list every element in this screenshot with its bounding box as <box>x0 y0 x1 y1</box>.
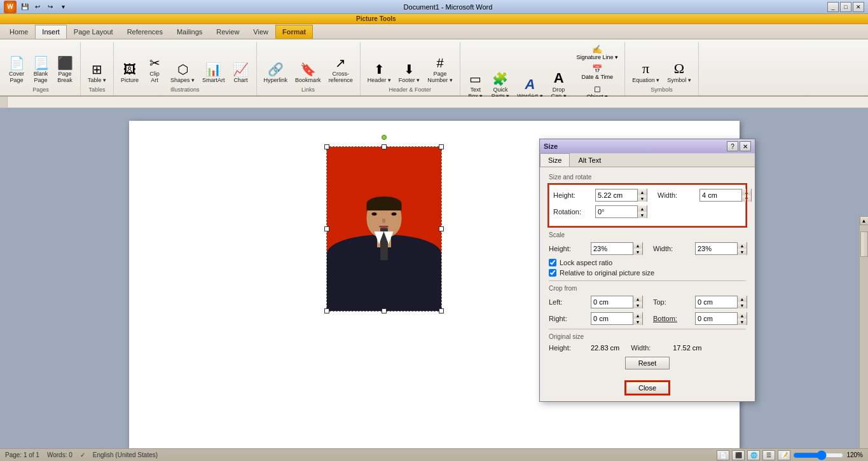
tab-insert[interactable]: Insert <box>35 25 67 39</box>
width-spin-up[interactable]: ▲ <box>742 189 751 195</box>
close-button[interactable]: Close <box>625 381 670 395</box>
page-number-button[interactable]: # PageNumber ▾ <box>424 55 456 85</box>
chart-button[interactable]: 📈 Chart <box>230 61 252 85</box>
tab-home[interactable]: Home <box>3 25 35 39</box>
vertical-scrollbar[interactable]: ▲ ▼ <box>859 216 868 448</box>
handle-bottom-left[interactable] <box>324 308 329 313</box>
ruler-content <box>8 97 868 107</box>
crop-left-down[interactable]: ▼ <box>633 302 642 308</box>
relative-original-checkbox[interactable] <box>549 269 556 277</box>
symbol-button[interactable]: Ω Symbol ▾ <box>664 60 694 85</box>
dialog-tab-size[interactable]: Size <box>540 153 570 167</box>
tab-review[interactable]: Review <box>209 25 246 39</box>
shapes-icon: ⬡ <box>177 63 188 76</box>
picture-tools-label: Picture Tools <box>356 15 396 22</box>
draft-view-button[interactable]: 📝 <box>778 450 790 460</box>
picture-button[interactable]: 🖼 Picture <box>118 61 142 85</box>
outline-view-button[interactable]: ☰ <box>762 450 775 460</box>
zoom-slider[interactable] <box>793 451 844 459</box>
rotate-handle[interactable] <box>382 135 387 140</box>
rotation-input[interactable] <box>596 206 637 217</box>
reset-row: Reset <box>549 357 746 369</box>
shapes-button[interactable]: ⬡ Shapes ▾ <box>167 61 198 85</box>
customize-qa-button[interactable]: ▾ <box>57 2 69 12</box>
footer-button[interactable]: ⬇ Footer ▾ <box>396 61 424 85</box>
page-break-button[interactable]: ⬛ PageBreak <box>53 55 76 85</box>
scale-height-input[interactable] <box>591 243 633 254</box>
cover-page-button[interactable]: 📄 CoverPage <box>5 55 28 85</box>
scale-height-up[interactable]: ▲ <box>633 242 642 249</box>
rotation-spin: ▲ ▼ <box>637 205 647 218</box>
redo-button[interactable]: ↪ <box>45 2 56 12</box>
print-layout-button[interactable]: 📄 <box>717 450 729 460</box>
crop-right-input[interactable] <box>591 313 633 324</box>
crop-top-up[interactable]: ▲ <box>738 296 747 302</box>
equation-button[interactable]: π Equation ▾ <box>629 60 663 85</box>
crop-left-input[interactable] <box>591 296 633 308</box>
handle-middle-left[interactable] <box>324 226 329 231</box>
scroll-up-button[interactable]: ▲ <box>860 216 869 225</box>
smartart-button[interactable]: 📊 SmartArt <box>199 61 228 85</box>
height-spin-up[interactable]: ▲ <box>638 189 647 195</box>
minimize-button[interactable]: _ <box>827 2 839 12</box>
date-time-button[interactable]: 📅 Date & Time <box>574 63 621 81</box>
web-layout-button[interactable]: 🌐 <box>747 450 760 460</box>
scale-width-up[interactable]: ▲ <box>738 242 747 249</box>
crop-right-bottom-row: Right: ▲ ▼ Bottom: ▲ ▼ <box>549 312 746 325</box>
handle-top-left[interactable] <box>324 144 329 149</box>
handle-top-center[interactable] <box>382 144 387 149</box>
clip-art-button[interactable]: ✂ ClipArt <box>143 55 166 85</box>
header-button[interactable]: ⬆ Header ▾ <box>364 61 394 85</box>
hyperlink-button[interactable]: 🔗 Hyperlink <box>261 61 291 85</box>
dialog-close-x-button[interactable]: ✕ <box>740 141 751 151</box>
cross-reference-icon: ↗ <box>335 57 346 69</box>
cross-reference-button[interactable]: ↗ Cross-reference <box>326 55 356 85</box>
scale-width-down[interactable]: ▼ <box>738 249 747 255</box>
blank-page-button[interactable]: 📃 BlankPage <box>29 55 52 85</box>
lock-aspect-checkbox[interactable] <box>549 259 556 266</box>
crop-top-down[interactable]: ▼ <box>738 302 747 308</box>
crop-bottom-up[interactable]: ▲ <box>738 312 747 319</box>
scroll-track[interactable] <box>860 225 868 448</box>
ribbon-group-illustrations-content: 🖼 Picture ✂ ClipArt ⬡ Shapes ▾ 📊 SmartAr… <box>118 43 252 85</box>
rotation-spin-down[interactable]: ▼ <box>638 212 647 218</box>
reset-button[interactable]: Reset <box>625 357 670 369</box>
tab-references[interactable]: References <box>120 25 170 39</box>
crop-left-up[interactable]: ▲ <box>633 296 642 302</box>
tab-view[interactable]: View <box>246 25 275 39</box>
close-button[interactable]: ✕ <box>853 2 864 12</box>
signature-line-button[interactable]: ✍ Signature Line ▾ <box>574 43 621 62</box>
scale-width-input[interactable] <box>696 243 737 254</box>
height-spin-down[interactable]: ▼ <box>638 195 647 202</box>
width-input[interactable] <box>700 189 741 201</box>
width-spin-down[interactable]: ▼ <box>742 195 751 202</box>
maximize-button[interactable]: □ <box>840 2 851 12</box>
crop-top-input[interactable] <box>696 296 737 308</box>
undo-button[interactable]: ↩ <box>32 2 43 12</box>
rotation-spin-up[interactable]: ▲ <box>638 205 647 212</box>
full-reading-button[interactable]: ⬛ <box>732 450 745 460</box>
table-button[interactable]: ⊞ Table ▾ <box>85 61 109 85</box>
scroll-thumb[interactable] <box>860 231 868 257</box>
tab-mailings[interactable]: Mailings <box>170 25 209 39</box>
image-container[interactable] <box>326 146 442 312</box>
handle-middle-right[interactable] <box>439 226 444 231</box>
tab-format[interactable]: Format <box>275 25 313 39</box>
height-input[interactable] <box>596 189 637 201</box>
handle-bottom-center[interactable] <box>382 308 387 313</box>
crop-bottom-input[interactable] <box>696 313 737 324</box>
bookmark-button[interactable]: 🔖 Bookmark <box>292 61 324 85</box>
handle-top-right[interactable] <box>439 144 444 149</box>
scale-height-down[interactable]: ▼ <box>633 249 642 255</box>
bookmark-icon: 🔖 <box>300 63 316 76</box>
save-button[interactable]: 💾 <box>19 2 31 12</box>
crop-bottom-down[interactable]: ▼ <box>738 319 747 325</box>
crop-right-down[interactable]: ▼ <box>633 319 642 325</box>
page-number-icon: # <box>436 57 443 69</box>
dialog-help-button[interactable]: ? <box>727 141 738 151</box>
tab-page-layout[interactable]: Page Layout <box>67 25 120 39</box>
dialog-tab-alt-text[interactable]: Alt Text <box>570 153 609 167</box>
handle-bottom-right[interactable] <box>439 308 444 313</box>
scale-height-label: Height: <box>549 245 587 252</box>
crop-right-up[interactable]: ▲ <box>633 312 642 319</box>
